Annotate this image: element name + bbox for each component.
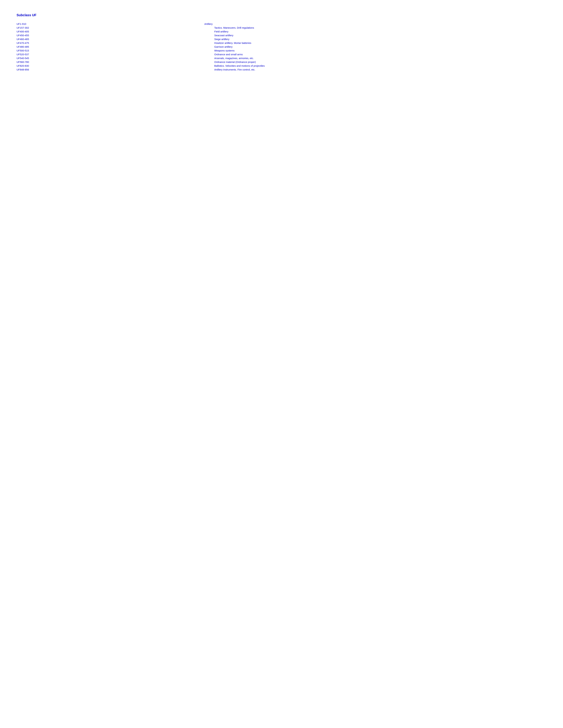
table-row: UF520-537Ordnance and small arms [17, 52, 546, 56]
classification-code: UF470-475 [17, 41, 204, 45]
classification-description: Howitzer artillery. Mortar batteries [204, 41, 546, 45]
table-row: UF820-830Ballistics. Velocities and moti… [17, 64, 546, 68]
table-row: UF848-856Artillery instruments. Fire con… [17, 68, 546, 71]
classification-code: UF480-485 [17, 45, 204, 49]
classification-description: Weapons systems [204, 49, 546, 52]
classification-description: Arsenals, magazines, armories, etc. [204, 56, 546, 60]
classification-description: Siege artillery [204, 37, 546, 41]
page-container: Subclass UF UF1-910ArtilleryUF157-302Tac… [17, 13, 546, 71]
table-row: UF470-475Howitzer artillery. Mortar batt… [17, 41, 546, 45]
classification-code: UF500-515 [17, 49, 204, 52]
classification-code: UF1-910 [17, 22, 204, 26]
classification-table: UF1-910ArtilleryUF157-302Tactics. Maneuv… [17, 22, 546, 71]
page-title: Subclass UF [17, 13, 546, 17]
classification-code: UF460-465 [17, 37, 204, 41]
classification-code: UF400-405 [17, 30, 204, 33]
classification-code: UF820-830 [17, 64, 204, 68]
classification-description: Garrison artillery [204, 45, 546, 49]
classification-code: UF157-302 [17, 26, 204, 30]
table-row: UF450-455Seacoast artillery [17, 33, 546, 37]
table-row: UF480-485Garrison artillery [17, 45, 546, 49]
classification-description: Artillery [204, 22, 546, 26]
classification-code: UF560-780 [17, 60, 204, 64]
classification-code: UF848-856 [17, 68, 204, 71]
classification-description: Ordnance and small arms [204, 52, 546, 56]
classification-code: UF540-545 [17, 56, 204, 60]
classification-description: Ordnance material (Ordnance proper) [204, 60, 546, 64]
classification-description: Tactics. Maneuvers. Drill regulations [204, 26, 546, 30]
classification-description: Ballistics. Velocities and motions of pr… [204, 64, 546, 68]
classification-description: Field artillery [204, 30, 546, 33]
table-row: UF400-405Field artillery [17, 30, 546, 33]
table-row: UF540-545Arsenals, magazines, armories, … [17, 56, 546, 60]
table-row: UF157-302Tactics. Maneuvers. Drill regul… [17, 26, 546, 30]
classification-description: Seacoast artillery [204, 33, 546, 37]
classification-description: Artillery instruments. Fire control, etc… [204, 68, 546, 71]
table-row: UF460-465Siege artillery [17, 37, 546, 41]
classification-code: UF520-537 [17, 52, 204, 56]
table-row: UF560-780Ordnance material (Ordnance pro… [17, 60, 546, 64]
table-row: UF1-910Artillery [17, 22, 546, 26]
table-row: UF500-515Weapons systems [17, 49, 546, 52]
classification-code: UF450-455 [17, 33, 204, 37]
